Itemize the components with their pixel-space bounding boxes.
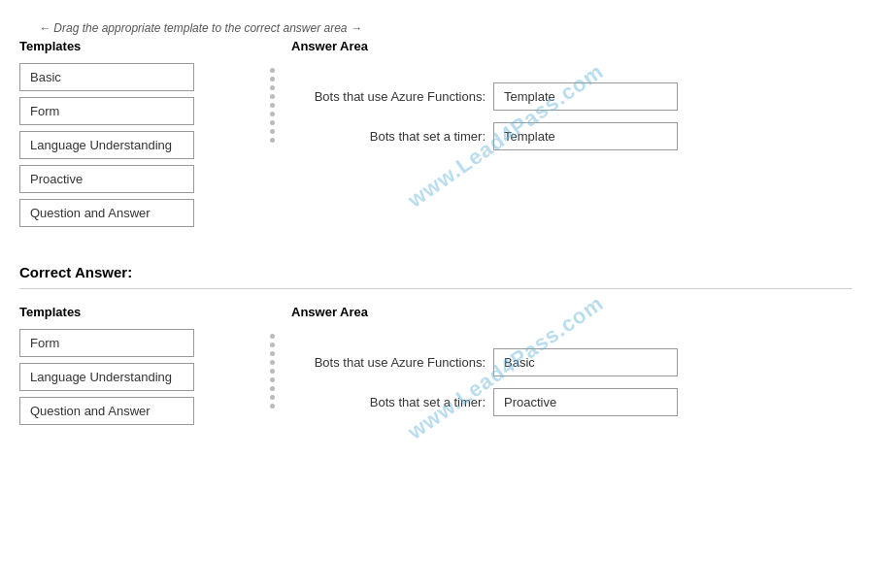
dot <box>270 377 275 382</box>
template-item-proactive[interactable]: Proactive <box>19 165 194 193</box>
answer-label-timer-2: Bots that set a timer: <box>291 395 486 409</box>
dot <box>270 404 275 408</box>
answer-label-timer: Bots that set a timer: <box>291 129 486 144</box>
dot <box>270 386 275 391</box>
dot <box>270 369 275 374</box>
template-item-form[interactable]: Form <box>19 97 194 125</box>
dot <box>270 120 275 125</box>
answer-area-header-1: Answer Area <box>291 39 852 53</box>
answer-area-panel-2: Answer Area Bots that use Azure Function… <box>291 305 852 428</box>
templates-panel-2: Templates Form Language Understanding Qu… <box>19 305 252 431</box>
dot <box>270 103 275 108</box>
dot <box>270 351 275 356</box>
dot <box>270 85 275 90</box>
question-section: ← Drag the appropriate template to the c… <box>0 0 871 252</box>
dot <box>270 68 275 73</box>
dot <box>270 77 275 82</box>
answer-label-azure: Bots that use Azure Functions: <box>291 89 486 104</box>
template-item-qna-2[interactable]: Question and Answer <box>19 397 194 425</box>
answer-row-azure-2: Bots that use Azure Functions: Basic <box>291 348 852 376</box>
answer-box-timer[interactable]: Template <box>493 122 678 150</box>
answer-rows-2: Bots that use Azure Functions: Basic Bot… <box>291 348 852 416</box>
drag-drop-area-1: www.Lead4Pass.com Templates Basic Form L… <box>19 39 852 233</box>
answer-rows-1: Bots that use Azure Functions: Template … <box>291 82 852 150</box>
template-item-form-2[interactable]: Form <box>19 329 194 357</box>
drag-drop-area-2: www.Lead4Pass.com Templates Form Languag… <box>19 305 852 431</box>
answer-row-timer: Bots that set a timer: Template <box>291 122 852 150</box>
templates-header-2: Templates <box>19 305 252 319</box>
top-note: ← Drag the appropriate template to the c… <box>19 16 852 39</box>
template-item-language[interactable]: Language Understanding <box>19 131 194 159</box>
template-item-qna[interactable]: Question and Answer <box>19 199 194 227</box>
answer-box-timer-2[interactable]: Proactive <box>493 388 678 416</box>
answer-box-azure-2[interactable]: Basic <box>493 348 678 376</box>
dot <box>270 334 275 339</box>
answer-row-timer-2: Bots that set a timer: Proactive <box>291 388 852 416</box>
dot <box>270 129 275 134</box>
template-item-language-2[interactable]: Language Understanding <box>19 363 194 391</box>
answer-row-azure: Bots that use Azure Functions: Template <box>291 82 852 111</box>
answer-box-azure[interactable]: Template <box>493 82 678 111</box>
correct-answer-label: Correct Answer: <box>0 252 871 288</box>
dot <box>270 94 275 99</box>
templates-header-1: Templates <box>19 39 252 53</box>
answer-label-azure-2: Bots that use Azure Functions: <box>291 355 486 370</box>
answer-area-panel-1: Answer Area Bots that use Azure Function… <box>291 39 852 162</box>
dots-divider-2 <box>252 305 291 408</box>
dot <box>270 138 275 143</box>
answer-area-header-2: Answer Area <box>291 305 852 319</box>
dot <box>270 395 275 400</box>
dot <box>270 343 275 347</box>
dot <box>270 360 275 365</box>
dots-divider-1 <box>252 39 291 143</box>
correct-answer-section: www.Lead4Pass.com Templates Form Languag… <box>0 289 871 450</box>
dot <box>270 112 275 116</box>
templates-panel-1: Templates Basic Form Language Understand… <box>19 39 252 233</box>
template-item-basic[interactable]: Basic <box>19 63 194 91</box>
